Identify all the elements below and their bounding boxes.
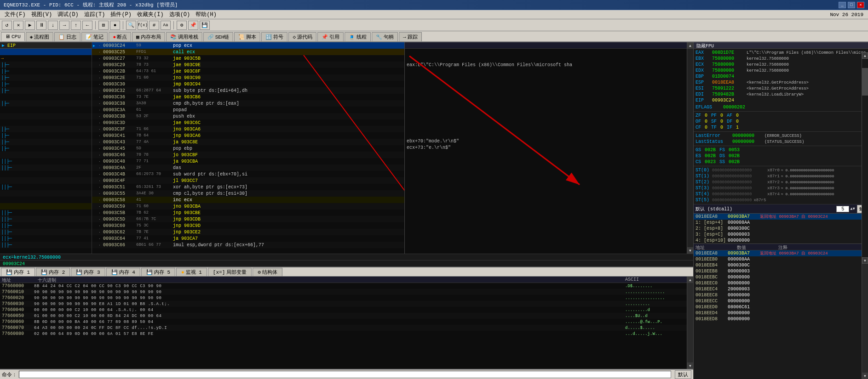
mid-scroll-up[interactable]: ▲: [687, 42, 693, 49]
mid-scroll-down[interactable]: ▼: [687, 247, 693, 254]
stack-mem-row[interactable]: 0018EEB0 000008AA: [694, 256, 862, 262]
disasm-row[interactable]: ·00903C4B66:2973 70sub word ptr ds:[ebx+…: [92, 171, 404, 177]
stack-mem-row[interactable]: 0018EEC8 00000000: [694, 292, 862, 298]
tab-seh[interactable]: 🔗 SEH链: [203, 32, 234, 41]
tb-stepover[interactable]: →: [59, 21, 69, 30]
disasm-row[interactable]: ·00903C4670 78jo 903CBF: [92, 152, 404, 158]
disasm-row[interactable]: ·00903C2773 32jae 903C5B: [92, 55, 404, 62]
disasm-row[interactable]: ·00903C3Djae 903C6C: [92, 119, 404, 126]
mem-data-row[interactable]: 77660040 00 00 00 00 00 C2 10 00 00 64 .…: [0, 307, 687, 313]
mem-tab-struct[interactable]: ⚙ 结构体: [253, 268, 282, 276]
mem-data-row[interactable]: 77660070 64 A3 00 00 00 00 24 0C FF DC 8…: [0, 325, 687, 331]
mem-tab-4[interactable]: 💾 内存 4: [106, 268, 140, 276]
tab-handles[interactable]: 🔧 句柄: [372, 32, 398, 41]
disasm-row[interactable]: ·00903C2978 73jae 903C9E: [92, 62, 404, 68]
disasm-row[interactable]: ·00903C30jmp 903C94: [92, 81, 404, 87]
menu-file[interactable]: 文件(F): [2, 10, 29, 19]
stack-mem-row[interactable]: 0018EEB8 00000003: [694, 268, 862, 274]
disasm-row[interactable]: ·00903C4877 71ja 903CBA: [92, 158, 404, 164]
menu-favorites[interactable]: 收藏夹(I): [134, 10, 167, 19]
sm-scroll-down[interactable]: ▼: [862, 373, 868, 379]
mem-data-row[interactable]: 77660080 02 00 00 64 89 0D 00 00 00 6A 0…: [0, 331, 687, 337]
tab-flow[interactable]: ◈ 流程图: [26, 32, 54, 41]
tab-log[interactable]: 📋 日志: [54, 32, 80, 41]
disasm-row[interactable]: ·00903C5165:3261 73xor ah,byte ptr gs:[e…: [92, 184, 404, 190]
cmd-input[interactable]: [19, 371, 671, 378]
mem-data-row[interactable]: 77660010 90 90 90 90 90 90 90 90 90 90 9…: [0, 289, 687, 295]
stack-mem-row[interactable]: 0018EECC 00000000: [694, 298, 862, 304]
tb-save[interactable]: 💾: [200, 21, 210, 30]
tab-breakpoints[interactable]: ● 断点: [109, 32, 131, 41]
menu-trace[interactable]: 追踪(T): [81, 10, 108, 19]
minimize-btn[interactable]: _: [839, 2, 846, 8]
mem-data-row[interactable]: 77660050 01 00 00 00 00 C2 10 00 00 8D 8…: [0, 313, 687, 319]
disasm-row[interactable]: ·00903C5841inc ecx: [92, 197, 404, 203]
mem-data-row[interactable]: 77660030 90 90 90 90 90 90 90 90 E8 A1 1…: [0, 301, 687, 307]
mem-tab-2[interactable]: 💾 内存 2: [36, 268, 70, 276]
disasm-row[interactable]: ·00903C2B64:73 61jae 903C8F: [92, 68, 404, 74]
mem-data-row[interactable]: 77660000 8B 44 24 04 CC C2 04 00 CC 90 C…: [0, 283, 687, 289]
disasm-row[interactable]: ·00903C25FFD1call ecx: [92, 49, 404, 55]
disasm-row[interactable]: ·00903C4A2Fdas: [92, 164, 404, 171]
tb-stepinto[interactable]: ↓: [48, 21, 58, 30]
disasm-row[interactable]: ·00903C383A30cmp dh,byte ptr ds:[eax]: [92, 100, 404, 107]
tb-pin[interactable]: 📌: [188, 21, 198, 30]
disasm-row[interactable]: ·00903C6477 41ja 903CA7: [92, 235, 404, 242]
mem-tab-1[interactable]: 💾 内存 1: [1, 268, 35, 276]
stack-dropdown-input[interactable]: [836, 206, 849, 212]
disasm-row[interactable]: ·00903C3A61popad: [92, 107, 404, 113]
disasm-row[interactable]: ·00903C3B53 2Fpush ebx: [92, 113, 404, 119]
tb-pause[interactable]: ⏸: [36, 21, 46, 30]
disasm-row[interactable]: ·00903C4377 4Aja 903C8E: [92, 139, 404, 145]
tb-memmap[interactable]: ⊞: [98, 21, 109, 30]
tb-run[interactable]: ▶: [25, 21, 35, 30]
mem-tab-3[interactable]: 💾 内存 3: [71, 268, 105, 276]
tab-threads[interactable]: 🧵 线程: [345, 32, 371, 41]
tb-bp[interactable]: ●: [110, 21, 120, 30]
disasm-row[interactable]: ·00903C5D66:7B 7Cjnp 903CDB: [92, 216, 404, 222]
stack-mem-row[interactable]: 0018EEC4 20000003: [694, 286, 862, 292]
disasm-row[interactable]: ·00903C6075 3Cjnp 903C9D: [92, 222, 404, 229]
tab-symbols[interactable]: 🔣 符号: [261, 32, 287, 41]
menu-debug[interactable]: 调试(D): [55, 10, 81, 19]
tab-memory[interactable]: ▦ 内存布局: [132, 32, 165, 41]
close-btn[interactable]: ✕: [857, 2, 864, 8]
mem-tab-watch1[interactable]: ● 监视 1: [176, 268, 207, 276]
mem-vscrollbar[interactable]: ▲ ▼: [687, 277, 693, 369]
menu-plugins[interactable]: 插件(P): [108, 10, 134, 19]
disasm-row[interactable]: ·00903C3266:2877 64sub byte ptr ds:[edi+…: [92, 87, 404, 94]
tab-source[interactable]: ◇ 源代码: [288, 32, 316, 41]
stack-mem-row[interactable]: 0018EEC0 00000000: [694, 280, 862, 286]
tab-refs[interactable]: 📌 引用: [317, 32, 344, 41]
disasm-scroll-area[interactable]: ▶·00903C2459pop ecx·00903C25FFD1call ecx…: [92, 42, 404, 254]
tb-search[interactable]: 🔍: [126, 21, 136, 30]
tab-script[interactable]: 📜 脚本: [234, 32, 260, 41]
menu-options[interactable]: 选项(O): [167, 10, 193, 19]
tb-close[interactable]: ✕: [13, 21, 23, 30]
disasm-row[interactable]: ·00903C455Dpop ebp: [92, 145, 404, 152]
tb-settings[interactable]: ⚙: [177, 21, 187, 30]
stack-mem-row[interactable]: 0018EEB4 0000300C: [694, 262, 862, 268]
stack-row[interactable]: 2: [esp+8] 0000300C: [694, 226, 868, 232]
tab-notes[interactable]: 📝 笔记: [81, 32, 108, 41]
disasm-row[interactable]: ·00903C666B61 66 77imul esp,dword ptr ds…: [92, 242, 404, 248]
tb-hash[interactable]: #: [149, 21, 159, 30]
mem-tab-locals[interactable]: [x=] 局部变量: [208, 268, 252, 276]
tab-trace[interactable]: → 跟踪: [399, 32, 422, 41]
disasm-row[interactable]: ·00903C2E71 60jno 903C90: [92, 74, 404, 81]
tb-back[interactable]: ←: [82, 21, 92, 30]
disasm-row[interactable]: ·00903C627B 7Ejnp 903CE2: [92, 229, 404, 235]
disasm-row[interactable]: ·00903C553A4E 30cmp cl,byte ptr ds:[esi+…: [92, 190, 404, 197]
disasm-row[interactable]: ·00903C3673 7Ejae 903CB6: [92, 94, 404, 100]
stack-mem-row[interactable]: 0018EED4 00000000: [694, 310, 862, 316]
tab-callstack[interactable]: 📚 调用堆栈: [166, 32, 202, 41]
stack-mem-scrollbar[interactable]: ▲ ▼: [862, 244, 868, 379]
tb-fx[interactable]: f(x): [138, 21, 148, 30]
menu-help[interactable]: 帮助(H): [193, 10, 219, 19]
tb-stepout[interactable]: ↑: [71, 21, 81, 30]
disasm-row[interactable]: ·00903C5971 60jno 903CBA: [92, 203, 404, 209]
mem-tab-5[interactable]: 💾 内存 5: [141, 268, 175, 276]
maximize-btn[interactable]: □: [848, 2, 855, 8]
disasm-row[interactable]: ·00903C5B7B 62jnp 903CBE: [92, 209, 404, 216]
stack-mem-row[interactable]: 0018EED8 00000000: [694, 316, 862, 322]
